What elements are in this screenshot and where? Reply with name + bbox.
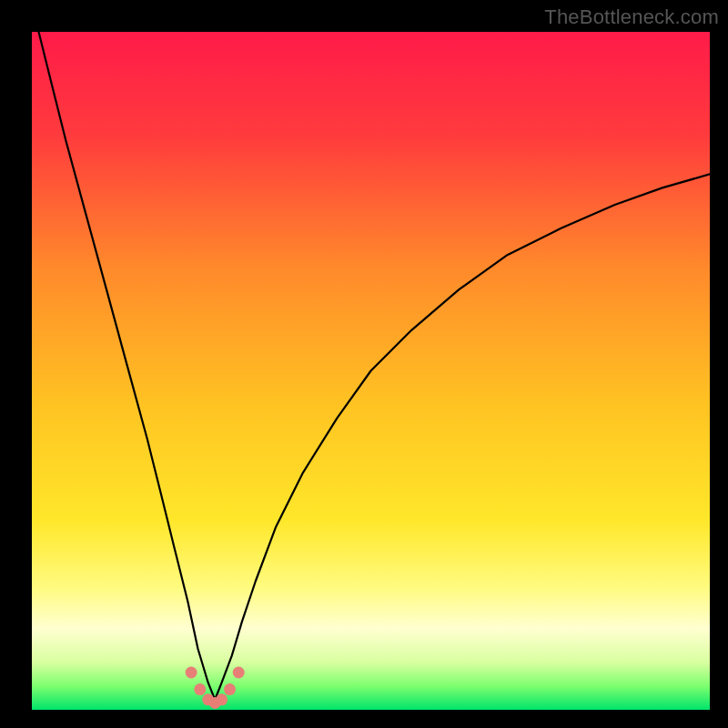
trough-marker [216,693,228,705]
trough-marker [186,667,197,679]
plot-area [32,32,710,710]
outer-frame: TheBottleneck.com [0,0,728,728]
trough-marker [224,683,236,695]
trough-marker [194,683,206,695]
chart-svg [32,32,710,710]
watermark-text: TheBottleneck.com [544,5,719,29]
trough-marker [233,667,245,679]
